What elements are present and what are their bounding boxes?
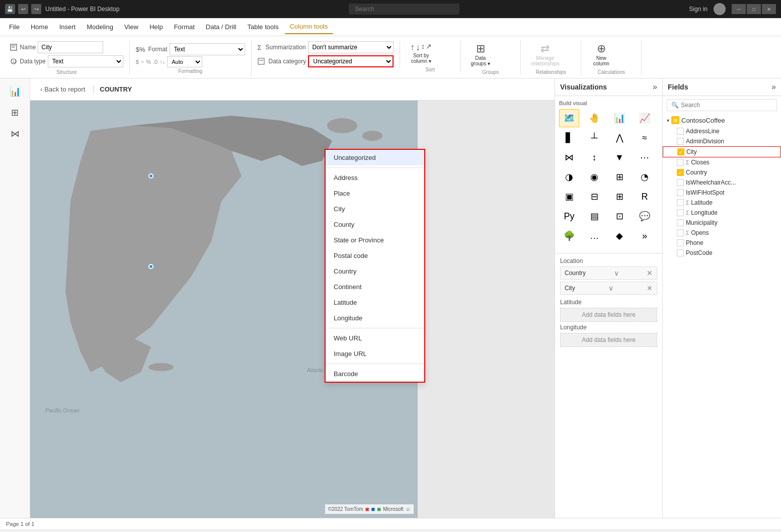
sort-label: Sort xyxy=(426,67,435,72)
field-checkbox-iswheelchair[interactable] xyxy=(677,179,684,186)
dropdown-item-state-province[interactable]: State or Province xyxy=(326,232,424,248)
viz-icon-funnel[interactable]: ▼ xyxy=(609,148,630,166)
field-checkbox-opens[interactable] xyxy=(677,229,684,236)
dropdown-item-image-url[interactable]: Image URL xyxy=(326,346,424,362)
viz-icon-ribbon[interactable]: ⋈ xyxy=(559,148,579,166)
menu-home[interactable]: Home xyxy=(26,20,53,34)
field-checkbox-phone[interactable] xyxy=(677,239,684,246)
viz-icon-matrix[interactable]: ⊞ xyxy=(609,188,630,206)
sort-by-column-button[interactable]: ↑↓↕↗ Sort bycolumn ▾ xyxy=(406,40,436,66)
dropdown-item-barcode[interactable]: Barcode xyxy=(326,366,424,382)
manage-relationships-button[interactable]: ⇄ Managerelationships xyxy=(527,40,563,68)
dropdown-item-postal-code[interactable]: Postal code xyxy=(326,248,424,263)
model-view-icon[interactable]: ⋈ xyxy=(6,125,24,143)
undo-icon[interactable]: ↩ xyxy=(18,4,28,14)
country-field-expand[interactable]: ∨ xyxy=(614,269,619,277)
menu-insert[interactable]: Insert xyxy=(54,20,81,34)
name-input[interactable] xyxy=(38,41,103,53)
field-checkbox-iswifi[interactable] xyxy=(677,189,684,196)
viz-icon-pie[interactable]: ◑ xyxy=(559,168,579,186)
menu-help[interactable]: Help xyxy=(144,20,168,34)
minimize-button[interactable]: ─ xyxy=(732,4,746,14)
viz-icon-gauge[interactable]: ◔ xyxy=(635,168,655,186)
save-icon[interactable]: 💾 xyxy=(5,4,15,14)
field-checkbox-city[interactable]: ✓ xyxy=(677,148,684,155)
field-checkbox-addressline[interactable] xyxy=(677,128,684,135)
fields-expand[interactable]: » xyxy=(771,82,776,92)
city-field-expand[interactable]: ∨ xyxy=(608,284,613,292)
menu-view[interactable]: View xyxy=(119,20,143,34)
viz-icon-scatter[interactable]: ⋯ xyxy=(635,148,655,166)
viz-panel-expand[interactable]: » xyxy=(653,82,657,92)
viz-icon-treemap[interactable]: ⊞ xyxy=(609,168,630,186)
viz-icon-python[interactable]: Py xyxy=(559,207,579,225)
data-view-icon[interactable]: ⊞ xyxy=(6,104,24,122)
viz-icon-table[interactable]: ⊟ xyxy=(584,188,604,206)
viz-icon-line[interactable]: 📈 xyxy=(635,109,655,127)
dropdown-item-web-url[interactable]: Web URL xyxy=(326,330,424,346)
field-checkbox-municipality[interactable] xyxy=(677,219,684,226)
datatype-select[interactable]: Text Number Date xyxy=(48,55,123,67)
back-to-report-button[interactable]: ‹ Back to report xyxy=(36,83,89,95)
dropdown-item-continent[interactable]: Continent xyxy=(326,279,424,295)
field-checkbox-latitude[interactable] xyxy=(677,199,684,206)
new-column-button[interactable]: ⊕ Newcolumn xyxy=(587,40,615,68)
summarization-select[interactable]: Don't summarize Sum Average xyxy=(308,41,394,53)
longitude-add-field[interactable]: Add data fields here xyxy=(560,333,657,347)
field-checkbox-longitude[interactable] xyxy=(677,209,684,216)
global-search-input[interactable] xyxy=(349,4,459,15)
menu-file[interactable]: File xyxy=(4,20,25,34)
viz-icon-slicer[interactable]: ▣ xyxy=(559,188,579,206)
menu-column-tools[interactable]: Column tools xyxy=(285,20,333,34)
dropdown-item-city[interactable]: City xyxy=(326,201,424,217)
sign-in-label[interactable]: Sign in xyxy=(689,6,708,13)
fields-search-input[interactable] xyxy=(681,102,772,109)
city-field-remove[interactable]: ✕ xyxy=(647,284,653,292)
viz-icon-multicard[interactable]: ⊡ xyxy=(609,207,630,225)
viz-icon-hand[interactable]: 🤚 xyxy=(584,109,604,127)
dropdown-item-latitude[interactable]: Latitude xyxy=(326,295,424,310)
viz-icon-paint[interactable]: ◆ xyxy=(609,227,630,245)
viz-icon-col2[interactable]: ┴ xyxy=(584,129,604,147)
field-checkbox-postcode[interactable] xyxy=(677,249,684,256)
viz-icon-combo[interactable]: ≈ xyxy=(635,129,655,147)
viz-icon-card[interactable]: ▤ xyxy=(584,207,604,225)
auto-select[interactable]: Auto xyxy=(167,56,202,67)
country-field-remove[interactable]: ✕ xyxy=(647,269,653,277)
close-button[interactable]: ✕ xyxy=(762,4,776,14)
maximize-button[interactable]: □ xyxy=(747,4,761,14)
viz-icon-more[interactable]: … xyxy=(584,227,604,245)
dropdown-item-country[interactable]: Country xyxy=(326,263,424,279)
viz-icon-area[interactable]: ⋀ xyxy=(609,129,630,147)
map-dot-1 xyxy=(148,173,153,179)
country-field-text: Country xyxy=(565,270,586,277)
viz-icon-donut[interactable]: ◉ xyxy=(584,168,604,186)
table-header[interactable]: ▾ ⊞ ContosoCoffee xyxy=(663,114,781,126)
dropdown-item-longitude[interactable]: Longitude xyxy=(326,310,424,326)
dropdown-item-address[interactable]: Address xyxy=(326,170,424,186)
viz-icon-decomp[interactable]: 🌳 xyxy=(559,227,579,245)
field-checkbox-country[interactable]: ✓ xyxy=(677,169,684,176)
latitude-add-field[interactable]: Add data fields here xyxy=(560,308,657,322)
menu-format[interactable]: Format xyxy=(169,20,200,34)
datacategory-select[interactable]: Uncategorized City Country Address xyxy=(308,55,394,67)
dropdown-item-uncategorized[interactable]: Uncategorized xyxy=(326,150,424,165)
dropdown-item-county[interactable]: County xyxy=(326,217,424,232)
redo-icon[interactable]: ↪ xyxy=(31,4,41,14)
viz-icon-qa[interactable]: 💬 xyxy=(635,207,655,225)
field-checkbox-closes[interactable] xyxy=(677,159,684,166)
viz-icon-col[interactable]: ▋ xyxy=(559,129,579,147)
viz-icon-bar[interactable]: 📊 xyxy=(609,109,630,127)
menu-table-tools[interactable]: Table tools xyxy=(242,20,283,34)
format-select[interactable]: Text Whole number Decimal xyxy=(170,43,245,55)
menu-data-drill[interactable]: Data / Drill xyxy=(201,20,242,34)
viz-icon-waterfall[interactable]: ↕ xyxy=(584,148,604,166)
viz-icon-map[interactable]: 🗺️ xyxy=(559,109,579,127)
viz-icon-arrow[interactable]: » xyxy=(635,227,655,245)
dropdown-item-place[interactable]: Place xyxy=(326,186,424,201)
report-view-icon[interactable]: 📊 xyxy=(6,82,24,101)
viz-icon-kpi[interactable]: R xyxy=(635,188,655,206)
data-groups-button[interactable]: ⊞ Datagroups ▾ xyxy=(466,40,494,68)
field-checkbox-admindivision[interactable] xyxy=(677,138,684,145)
menu-modeling[interactable]: Modeling xyxy=(82,20,118,34)
